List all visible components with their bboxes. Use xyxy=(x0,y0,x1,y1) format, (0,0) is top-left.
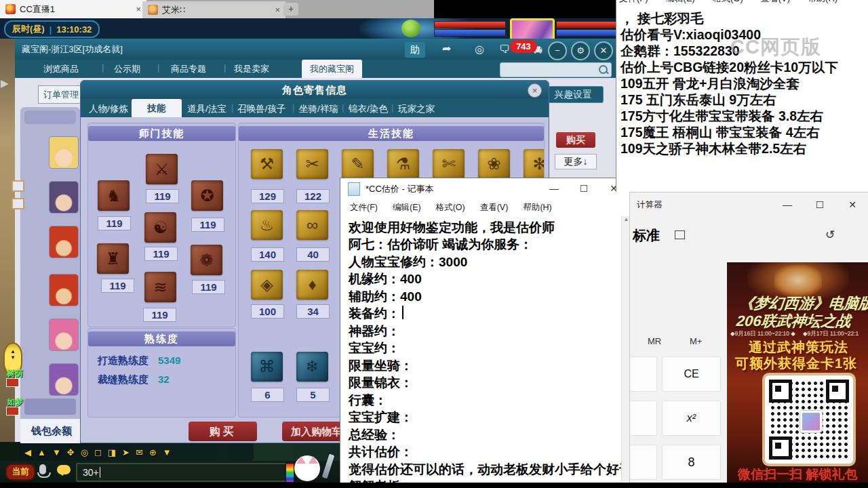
menu-view[interactable]: 查看(V) xyxy=(480,202,509,214)
life-skill-icon[interactable]: ♨ xyxy=(251,210,283,240)
menu-format[interactable]: 格式(O) xyxy=(713,0,743,5)
toolbar-zoom-icon[interactable]: ◎ xyxy=(81,447,88,458)
life-skill-icon[interactable]: ◈ xyxy=(251,270,283,300)
life-skill-icon[interactable]: ⚒ xyxy=(251,149,283,179)
clear-entry-button[interactable]: CE xyxy=(662,357,721,392)
order-manage-button[interactable]: 订单管理 xyxy=(38,85,86,104)
chat-channel-button[interactable]: 当前 xyxy=(5,464,35,481)
menu-edit[interactable]: 编辑(E) xyxy=(393,202,421,214)
side-buy-button[interactable]: 购买 xyxy=(556,132,595,148)
life-skill-icon[interactable]: ✂ xyxy=(296,149,328,179)
sidebar-collapse-icon[interactable]: ▶ xyxy=(1,77,9,89)
mic-icon[interactable] xyxy=(39,464,46,474)
nav-browse[interactable]: 浏览商品 xyxy=(43,63,79,75)
toolbar-expand-icon[interactable]: ▼ xyxy=(163,447,172,458)
character-avatar[interactable] xyxy=(49,136,79,169)
history-icon[interactable]: ↺ xyxy=(825,228,835,242)
life-skill-icon[interactable]: ♦ xyxy=(296,270,328,300)
buy-button[interactable]: 购买 xyxy=(189,422,257,441)
keep-on-top-icon[interactable] xyxy=(675,230,685,239)
tab-character[interactable]: 人物/修炼 xyxy=(89,103,128,115)
nav-my-cbg[interactable]: 我的藏宝阁 xyxy=(302,60,362,78)
help-button[interactable]: 助 xyxy=(405,42,425,58)
toolbar-down-icon[interactable]: ▼ xyxy=(52,447,61,458)
plot-skill-icon[interactable]: ❄ xyxy=(296,352,328,382)
nav-seller[interactable]: 我是卖家 xyxy=(234,63,269,75)
minimize-button[interactable]: — xyxy=(774,197,801,214)
sect-skill-icon[interactable]: ♜ xyxy=(97,243,129,274)
minimize-button[interactable]: − xyxy=(548,41,567,60)
menu-help[interactable]: 帮助(H) xyxy=(808,0,837,5)
toolbar-frame-icon[interactable]: ◻ xyxy=(94,447,102,458)
close-window-button[interactable]: ✕ xyxy=(594,41,613,60)
toolbar-move-icon[interactable]: ✥ xyxy=(67,447,75,458)
sect-skill-icon[interactable]: ✪ xyxy=(191,180,223,211)
memory-add-button[interactable]: M+ xyxy=(690,336,702,346)
calc-button[interactable] xyxy=(630,401,657,436)
tab-mounts[interactable]: 坐骑/祥瑞 xyxy=(299,103,338,115)
menu-edit[interactable]: 编辑(E) xyxy=(666,0,695,5)
tab-outfits[interactable]: 锦衣/染色 xyxy=(349,103,388,115)
calculator-mode-label[interactable]: 标准 xyxy=(633,226,660,245)
sect-skill-icon[interactable]: ♞ xyxy=(98,180,130,211)
color-bar[interactable] xyxy=(285,463,294,483)
sect-skill-icon[interactable]: ☯ xyxy=(144,212,176,243)
menu-file[interactable]: 文件(F) xyxy=(619,0,648,5)
toolbar-up-icon[interactable]: ▲ xyxy=(37,447,46,458)
plot-skill-icon[interactable]: ⌘ xyxy=(251,352,283,382)
close-icon[interactable]: × xyxy=(136,4,141,14)
search-input[interactable] xyxy=(500,62,612,77)
browser-tab-cc-live[interactable]: CC直播1 × xyxy=(0,0,146,18)
chat-icon[interactable]: 🗨 xyxy=(499,43,510,56)
memory-recall-button[interactable]: MR xyxy=(648,336,661,346)
character-avatar[interactable] xyxy=(49,319,79,351)
chat-input[interactable]: 30+​ xyxy=(76,463,290,482)
tab-pets[interactable]: 召唤兽/孩子 xyxy=(237,103,285,115)
chat-bubble-icon[interactable] xyxy=(57,465,71,474)
toolbar-left-icon[interactable]: ◀ xyxy=(24,447,31,458)
menu-file[interactable]: 文件(F) xyxy=(350,202,378,214)
nav-topics[interactable]: 商品专题 xyxy=(171,63,206,75)
new-tab-button[interactable]: + xyxy=(283,3,298,16)
life-skill-icon[interactable]: ∞ xyxy=(296,210,328,240)
calc-button[interactable] xyxy=(630,357,657,392)
dialog-close-icon[interactable]: × xyxy=(528,83,542,98)
minimize-button[interactable]: — xyxy=(539,178,569,199)
life-skill-icon[interactable]: ✻ xyxy=(524,149,545,179)
browser-tab-aimi[interactable]: 艾米∷ × xyxy=(142,1,285,18)
nav-public[interactable]: 公示期 xyxy=(114,63,140,75)
sect-skill-icon[interactable]: ⚔ xyxy=(146,154,178,184)
maximize-button[interactable]: ☐ xyxy=(569,178,599,199)
digit-8-button[interactable]: 8 xyxy=(662,445,721,480)
share-icon[interactable]: ➦ xyxy=(442,42,451,55)
settings-button[interactable]: ⚙ xyxy=(571,41,590,60)
toolbar-panel-icon[interactable]: ◨ xyxy=(108,447,116,458)
side-more-button[interactable]: 更多↓ xyxy=(555,154,597,169)
sect-skill-icon[interactable]: ≋ xyxy=(144,272,176,302)
character-avatar[interactable] xyxy=(49,226,79,258)
close-button[interactable]: ✕ xyxy=(839,197,866,214)
interest-settings-button[interactable]: 兴趣设置 xyxy=(542,86,604,103)
menu-format[interactable]: 格式(O) xyxy=(436,202,465,214)
menu-view[interactable]: 查看(V) xyxy=(761,0,790,5)
life-skill-icon[interactable]: ✎ xyxy=(342,149,374,179)
calc-button[interactable] xyxy=(630,445,657,480)
close-icon[interactable]: × xyxy=(275,5,280,15)
party-avatar[interactable] xyxy=(401,20,420,37)
character-avatar[interactable] xyxy=(49,274,79,306)
maximize-button[interactable]: ☐ xyxy=(806,197,833,214)
life-skill-icon[interactable]: ✄ xyxy=(433,149,465,179)
character-avatar[interactable] xyxy=(49,181,79,214)
ring-icon[interactable]: ◎ xyxy=(475,43,484,56)
toolbar-mail-icon[interactable]: ✉ xyxy=(136,447,143,458)
toolbar-send-icon[interactable]: ➤ xyxy=(122,447,130,458)
menu-help[interactable]: 帮助(H) xyxy=(523,202,551,214)
toolbar-plus-icon[interactable]: ⊕ xyxy=(149,447,157,458)
tab-home[interactable]: 玩家之家 xyxy=(398,103,435,115)
square-button[interactable]: x² xyxy=(662,401,721,436)
life-skill-icon[interactable]: ⚗ xyxy=(387,149,419,179)
sect-skill-icon[interactable]: ❁ xyxy=(191,245,222,275)
tab-items[interactable]: 道具/法宝 xyxy=(187,103,226,115)
scroll-up-icon[interactable]: ▲ xyxy=(624,216,629,222)
tab-skills[interactable]: 技能 xyxy=(132,99,182,117)
